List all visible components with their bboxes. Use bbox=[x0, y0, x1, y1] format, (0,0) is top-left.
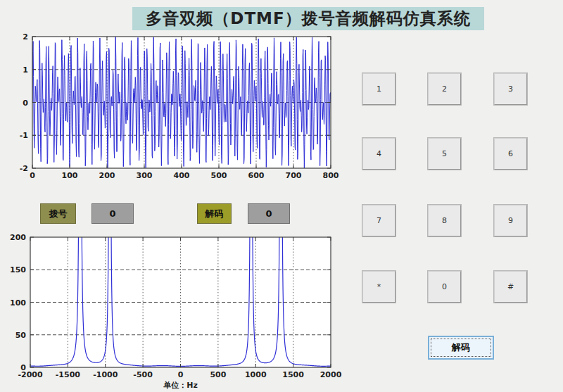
y-tick-label: -1 bbox=[20, 131, 28, 140]
x-tick-label: 200 bbox=[99, 171, 115, 180]
decode-label: 解码 bbox=[197, 203, 232, 224]
x-tick-label: 500 bbox=[210, 370, 226, 379]
keypad-button-8[interactable]: 8 bbox=[428, 205, 461, 236]
x-tick-label: 2000 bbox=[320, 370, 342, 379]
dtmf-app-window: 多音双频（DTMF）拨号音频解码仿真系统 0100200300400500600… bbox=[0, 0, 563, 392]
x-tick-label: 0 bbox=[178, 370, 184, 379]
x-tick-label: 500 bbox=[211, 171, 227, 180]
keypad-button-5[interactable]: 5 bbox=[428, 138, 461, 170]
x-tick-label: 0 bbox=[30, 171, 35, 180]
keypad-button-*[interactable]: * bbox=[362, 271, 396, 303]
y-tick-label: -2 bbox=[20, 164, 28, 173]
x-tick-label: 700 bbox=[286, 171, 302, 180]
keypad-button-1[interactable]: 1 bbox=[362, 73, 396, 105]
keypad-button-0[interactable]: 0 bbox=[428, 271, 461, 303]
x-tick-label: -500 bbox=[133, 370, 153, 379]
keypad-button-4[interactable]: 4 bbox=[362, 138, 396, 170]
decode-value-display: 0 bbox=[248, 203, 290, 224]
x-tick-label: -1000 bbox=[93, 370, 118, 379]
y-tick-label: 0 bbox=[23, 99, 28, 108]
keypad-button-6[interactable]: 6 bbox=[494, 138, 527, 170]
app-title: 多音双频（DTMF）拨号音频解码仿真系统 bbox=[132, 7, 484, 30]
y-tick-label: 100 bbox=[10, 298, 26, 308]
x-tick-label: 1500 bbox=[282, 370, 304, 379]
dial-label: 拨号 bbox=[40, 203, 76, 224]
keypad-button-2[interactable]: 2 bbox=[428, 73, 461, 105]
y-tick-label: 1 bbox=[23, 65, 28, 75]
x-tick-label: 400 bbox=[174, 171, 190, 180]
y-tick-label: 150 bbox=[10, 265, 26, 274]
x-tick-label: 800 bbox=[323, 171, 339, 180]
keypad-button-#[interactable]: # bbox=[494, 271, 527, 303]
dial-value-display: 0 bbox=[91, 203, 134, 224]
x-tick-label: 600 bbox=[248, 171, 265, 180]
y-tick-label: 2 bbox=[23, 32, 28, 42]
x-tick-label: -1500 bbox=[56, 370, 81, 379]
keypad-button-3[interactable]: 3 bbox=[494, 73, 527, 105]
x-axis-label: 单位：Hz bbox=[163, 381, 198, 390]
x-tick-label: 100 bbox=[62, 171, 78, 180]
waveform-plot: 0100200300400500600700800-2-1012 bbox=[0, 32, 341, 183]
x-tick-label: 300 bbox=[137, 171, 153, 180]
keypad-button-9[interactable]: 9 bbox=[494, 205, 527, 236]
y-tick-label: 50 bbox=[15, 331, 27, 340]
y-tick-label: 200 bbox=[10, 233, 26, 242]
y-tick-label: 0 bbox=[20, 363, 26, 372]
spectrum-plot: -2000-1500-1000-500050010001500200005010… bbox=[0, 229, 352, 392]
x-tick-label: 1000 bbox=[245, 370, 267, 379]
keypad-button-7[interactable]: 7 bbox=[362, 205, 396, 236]
decode-button[interactable]: 解码 bbox=[428, 336, 494, 360]
